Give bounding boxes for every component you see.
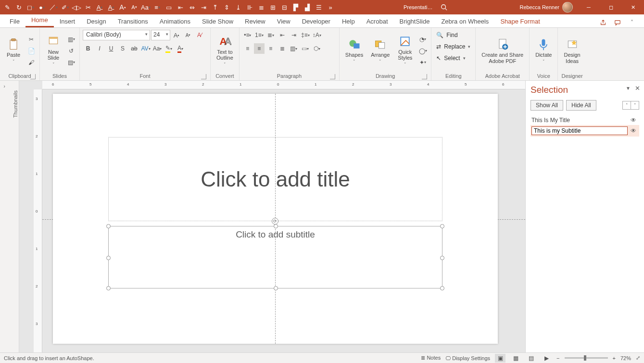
selection-item-title[interactable]: This Is My Title 👁 <box>530 115 639 125</box>
rotate-handle[interactable]: ⟳ <box>272 218 278 225</box>
bullets-button[interactable]: •≡ <box>242 30 253 40</box>
tab-slideshow[interactable]: Slide Show <box>196 15 239 27</box>
title-placeholder[interactable]: Click to add title <box>108 137 442 221</box>
visibility-toggle-icon[interactable]: 👁 <box>631 117 638 124</box>
clipboard-launcher[interactable] <box>30 74 36 79</box>
align-left-qat-icon[interactable]: ⇤ <box>176 3 185 12</box>
quick-styles-button[interactable]: Quick Styles˅ <box>394 34 416 68</box>
user-account[interactable]: Rebecca Renner <box>515 2 578 13</box>
align-right-button[interactable]: ≡ <box>265 43 276 54</box>
zoom-in-button[interactable]: + <box>613 355 616 361</box>
handle-ne[interactable] <box>440 224 444 228</box>
send-back-qat-icon[interactable]: ▟ <box>303 3 312 12</box>
close-button[interactable]: ✕ <box>622 0 644 14</box>
display-settings-button[interactable]: 🖵 Display Settings <box>445 355 490 361</box>
font-name-input[interactable]: Calibri (Body) <box>83 30 150 40</box>
handle-nw[interactable] <box>106 224 111 228</box>
collapse-ribbon-icon[interactable]: ˄ <box>627 18 637 27</box>
oval-qat-icon[interactable]: ● <box>38 3 46 12</box>
line-spacing-qat-icon[interactable]: ≡ <box>153 3 162 12</box>
smartart-icon[interactable]: ⬡ <box>312 43 322 54</box>
shape-outline-icon[interactable]: ◯ <box>417 46 428 56</box>
section-icon[interactable]: ▤ <box>66 57 76 68</box>
decrease-indent-icon[interactable]: ⇤ <box>277 30 288 40</box>
reset-slide-icon[interactable]: ↺ <box>66 46 76 56</box>
selection-item-subtitle[interactable]: 👁 <box>530 125 639 137</box>
group-qat-icon[interactable]: ⊞ <box>268 3 277 12</box>
handle-se[interactable] <box>440 286 444 290</box>
dist-h-qat-icon[interactable]: ⊪ <box>245 3 254 12</box>
change-case-qat-icon[interactable]: Aa <box>141 3 150 12</box>
slideshow-view-icon[interactable]: ▶ <box>541 354 552 363</box>
increase-font-qat-icon[interactable]: A▴ <box>118 3 127 12</box>
bold-button[interactable]: B <box>83 43 93 54</box>
dist-v-qat-icon[interactable]: ≣ <box>257 3 265 12</box>
bring-front-qat-icon[interactable]: ▛ <box>291 3 300 12</box>
handle-e[interactable] <box>440 256 444 260</box>
thumbnail-rail[interactable]: › Thumbnails <box>0 81 19 352</box>
increase-indent-icon[interactable]: ⇥ <box>289 30 299 40</box>
qat-overflow-icon[interactable]: » <box>326 3 335 12</box>
char-spacing-icon[interactable]: AV <box>140 43 151 54</box>
text-direction-icon[interactable]: ↕A <box>312 30 322 40</box>
selection-rename-input[interactable] <box>531 126 628 135</box>
drawing-launcher[interactable] <box>422 74 427 79</box>
format-painter-icon[interactable]: 🖌 <box>26 57 37 68</box>
shadow-button[interactable]: S <box>117 43 128 54</box>
handle-n[interactable] <box>274 224 278 228</box>
font-color-qat-icon[interactable]: A <box>95 3 104 12</box>
tab-view[interactable]: View <box>271 15 296 27</box>
highlight-icon[interactable]: ✎ <box>164 43 174 54</box>
dictate-button[interactable]: Dictate˅ <box>532 34 555 68</box>
tab-file[interactable]: File <box>4 15 25 27</box>
replace-button[interactable]: ⇄Replace ▾ <box>434 41 472 52</box>
line-spacing-button[interactable]: ‡≡ <box>300 30 311 40</box>
align-text-icon[interactable]: ▭ <box>300 43 311 54</box>
sorter-view-icon[interactable]: ▦ <box>510 354 521 363</box>
normal-view-icon[interactable]: ▣ <box>495 354 505 363</box>
numbering-button[interactable]: 1≡ <box>254 30 265 40</box>
handle-sw[interactable] <box>106 286 111 290</box>
fit-to-window-icon[interactable]: ⤢ <box>636 355 640 361</box>
clear-format-icon[interactable]: A⁄ <box>194 30 205 40</box>
slide-canvas[interactable]: Click to add title ⟳ Click to add subtit… <box>53 94 498 344</box>
tab-zebra[interactable]: Zebra on Wheels <box>435 15 494 27</box>
shape-qat-icon[interactable]: ◻ <box>26 3 35 12</box>
tab-home[interactable]: Home <box>25 14 54 27</box>
align-bottom-qat-icon[interactable]: ⤓ <box>234 3 242 12</box>
align-center-button[interactable]: ≡ <box>254 43 265 54</box>
strike-button[interactable]: ab <box>129 43 139 54</box>
font-launcher[interactable] <box>201 74 206 79</box>
zoom-out-button[interactable]: − <box>556 355 559 361</box>
align-center-qat-icon[interactable]: ⇔ <box>188 3 196 12</box>
comments-button[interactable] <box>612 18 623 27</box>
columns-button[interactable]: ▥ <box>289 43 299 54</box>
create-pdf-button[interactable]: Create and Share Adobe PDF <box>479 34 526 68</box>
tab-insert[interactable]: Insert <box>54 15 81 27</box>
cut-icon[interactable]: ✂ <box>26 34 37 45</box>
align-right-qat-icon[interactable]: ⇥ <box>199 3 208 12</box>
tab-transitions[interactable]: Transitions <box>112 15 154 27</box>
flip-h-icon[interactable]: ◁▷ <box>72 3 81 12</box>
maximize-button[interactable]: ◻ <box>600 0 622 14</box>
handle-s[interactable] <box>274 286 278 290</box>
tab-animations[interactable]: Animations <box>154 15 196 27</box>
hide-all-button[interactable]: Hide All <box>566 100 596 111</box>
font-size-input[interactable]: 24 <box>151 30 170 40</box>
expand-thumbnails-icon[interactable]: › <box>4 84 10 89</box>
zoom-level[interactable]: 72% <box>620 355 631 361</box>
share-button[interactable] <box>598 18 608 27</box>
selection-pane-qat-icon[interactable]: ☰ <box>315 3 323 12</box>
font-color2-qat-icon[interactable]: A <box>107 3 115 12</box>
line-qat-icon[interactable]: ／ <box>49 3 58 12</box>
font-color-button[interactable]: A <box>175 43 186 54</box>
ungroup-qat-icon[interactable]: ⊟ <box>280 3 289 12</box>
minimize-button[interactable]: ─ <box>578 0 600 14</box>
list-level-button[interactable]: ≣ <box>265 30 276 40</box>
new-slide-button[interactable]: New Slide˅ <box>43 34 64 68</box>
redo-icon[interactable]: ↻ <box>14 3 23 12</box>
format-painter-icon[interactable]: ✎ <box>3 3 12 12</box>
handle-w[interactable] <box>106 256 111 260</box>
visibility-toggle-icon[interactable]: 👁 <box>631 127 638 134</box>
subtitle-placeholder[interactable]: Click to add subtitle <box>108 226 442 288</box>
